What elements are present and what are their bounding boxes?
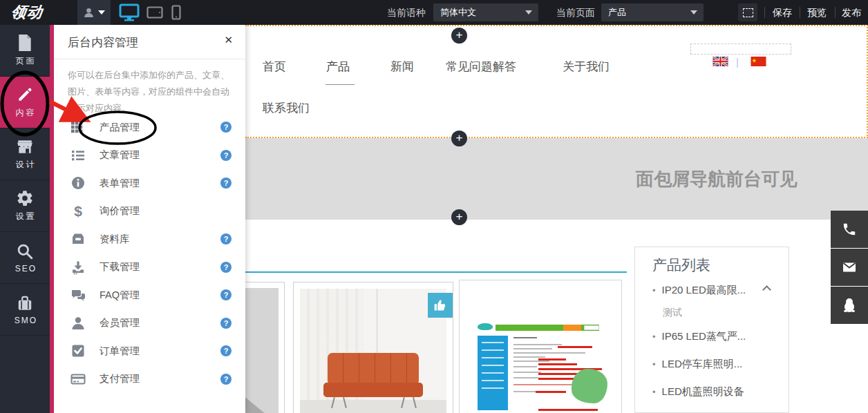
user-menu-button[interactable] — [77, 0, 111, 25]
qq-contact-button[interactable] — [831, 287, 868, 324]
menu-item-payment-management[interactable]: 支付管理 ? — [54, 365, 245, 394]
site-nav-about[interactable]: 关于我们 — [563, 59, 610, 75]
image-placeholder-icon — [245, 288, 279, 413]
menu-item-article-management[interactable]: 文章管理 ? — [54, 142, 245, 170]
product-list-item[interactable]: •LED停车库照明... — [652, 358, 742, 371]
add-section-button-bottom[interactable]: + — [451, 209, 467, 225]
panel-title: 后台内容管理 — [68, 35, 138, 50]
phone-contact-button[interactable] — [831, 211, 868, 248]
close-icon[interactable]: ✕ — [224, 34, 233, 46]
sidebar-item-label: SEO — [13, 264, 37, 273]
menu-item-label: 资料库 — [100, 233, 130, 246]
sidebar-item-seo[interactable]: SEO — [0, 232, 50, 284]
product-list-item[interactable]: •LED机盖照明设备 — [652, 385, 744, 398]
menu-item-resource-library[interactable]: 资料库 ? — [54, 225, 245, 253]
tablet-view-button[interactable] — [147, 3, 163, 21]
site-nav-news[interactable]: 新闻 — [390, 59, 414, 75]
download-icon — [69, 260, 87, 275]
product-card[interactable] — [245, 282, 285, 413]
help-icon[interactable]: ? — [220, 374, 232, 385]
save-button[interactable]: 保存 — [773, 0, 792, 25]
help-icon[interactable]: ? — [220, 262, 232, 273]
product-list-subitem[interactable]: 测试 — [663, 307, 682, 319]
menu-item-label: 订单管理 — [100, 345, 140, 358]
help-icon[interactable]: ? — [220, 122, 232, 133]
site-header-section: 首页 产品 新闻 常见问题解答 关于我们 联系我们 | — [245, 25, 868, 138]
current-page-label: 当前页面 — [556, 0, 595, 25]
plus-icon: + — [456, 28, 463, 41]
product-list-title: 产品列表 — [652, 256, 710, 275]
briefcase-icon — [16, 294, 34, 312]
sidebar: 页面 内容 设计 设置 SEO SMO — [0, 25, 50, 413]
sidebar-item-content[interactable]: 内容 — [0, 77, 50, 128]
menu-item-label: 文章管理 — [100, 148, 140, 162]
app-logo: 领动 — [9, 0, 44, 25]
menu-item-faq-management[interactable]: FAQ管理 ? — [54, 281, 245, 309]
product-card[interactable] — [459, 280, 622, 413]
floating-contact-bar — [831, 211, 868, 325]
menu-item-label: FAQ管理 — [100, 289, 140, 302]
plus-icon: + — [456, 210, 463, 223]
check-square-icon — [69, 343, 87, 358]
chat-icon — [69, 287, 87, 302]
sidebar-item-label: SMO — [12, 316, 37, 325]
gear-icon — [16, 189, 34, 207]
page-icon — [17, 34, 33, 52]
bullet-icon: • — [652, 332, 656, 342]
product-list-item[interactable]: •IP20 LED最高限... — [652, 284, 746, 297]
publish-button[interactable]: 发布 — [842, 0, 861, 25]
email-contact-button[interactable] — [831, 249, 868, 286]
flag-separator: | — [736, 56, 739, 68]
menu-item-product-management[interactable]: 产品管理 ? — [54, 113, 245, 142]
product-list-item[interactable]: •IP65 LED蒸气严... — [652, 330, 746, 343]
member-icon — [69, 316, 87, 331]
menu-item-form-management[interactable]: 表单管理 ? — [54, 169, 245, 198]
china-flag-icon[interactable] — [751, 57, 766, 66]
sidebar-item-pages[interactable]: 页面 — [0, 25, 50, 77]
empty-widget-placeholder[interactable] — [690, 44, 791, 55]
menu-item-label: 询价管理 — [100, 204, 140, 218]
divider — [835, 7, 836, 18]
site-nav-contact[interactable]: 联系我们 — [263, 100, 310, 116]
product-list-widget: 产品列表 •IP20 LED最高限... 测试 •IP65 LED蒸气严... … — [634, 247, 789, 413]
help-icon[interactable]: ? — [220, 177, 232, 189]
desktop-view-button[interactable] — [119, 3, 140, 21]
uk-flag-icon[interactable] — [713, 57, 728, 66]
add-section-button-top[interactable]: + — [451, 28, 467, 44]
thumbs-up-icon — [433, 298, 447, 312]
menu-item-member-management[interactable]: 会员管理 ? — [54, 309, 245, 338]
preview-button[interactable]: 预览 — [807, 0, 827, 25]
help-icon[interactable]: ? — [220, 233, 232, 244]
site-nav-home[interactable]: 首页 — [263, 59, 286, 75]
menu-item-label: 表单管理 — [100, 177, 140, 190]
add-section-button-middle[interactable]: + — [451, 131, 467, 146]
sidebar-item-settings[interactable]: 设置 — [0, 180, 50, 232]
help-icon[interactable]: ? — [220, 150, 232, 161]
menu-item-inquiry-management[interactable]: $ 询价管理 — [54, 198, 245, 226]
help-icon[interactable]: ? — [220, 289, 232, 300]
site-nav-faq[interactable]: 常见问题解答 — [446, 59, 516, 75]
qq-penguin-icon — [841, 297, 858, 314]
menu-item-order-management[interactable]: 订单管理 ? — [54, 337, 245, 365]
menu-item-download-management[interactable]: 下载管理 ? — [54, 253, 245, 282]
sidebar-item-smo[interactable]: SMO — [0, 284, 50, 336]
site-nav-products[interactable]: 产品 — [326, 59, 350, 75]
chevron-up-icon[interactable] — [762, 285, 771, 294]
like-badge-button[interactable] — [428, 293, 453, 318]
current-page-select[interactable]: 产品 — [601, 3, 704, 21]
divider — [764, 7, 765, 18]
dashed-square-icon — [743, 8, 753, 17]
plus-icon: + — [456, 131, 463, 144]
language-select[interactable]: 简体中文 — [433, 3, 538, 21]
help-icon[interactable]: ? — [220, 345, 232, 356]
divider — [800, 7, 800, 18]
active-nav-underline — [326, 84, 355, 85]
panel-description: 你可以在后台集中添加你的产品、文章、图片、表单等内容，对应的组件中会自动显示对应… — [68, 67, 232, 117]
help-icon[interactable]: ? — [220, 318, 232, 329]
product-card[interactable] — [293, 282, 453, 413]
sidebar-item-label: 内容 — [14, 107, 37, 119]
sidebar-item-design[interactable]: 设计 — [0, 128, 50, 180]
section-outline-toggle-button[interactable] — [738, 3, 757, 21]
mobile-view-button[interactable] — [171, 3, 181, 21]
current-page-select-value: 产品 — [608, 7, 626, 17]
